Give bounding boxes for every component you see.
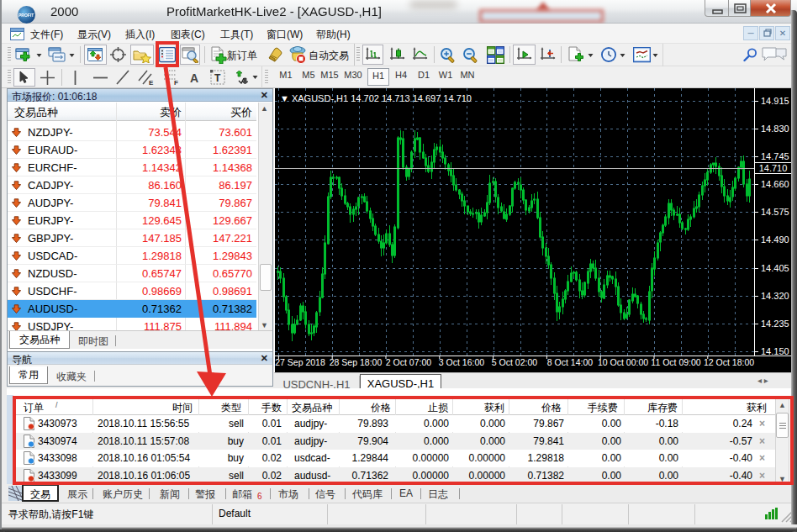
svg-text:E: E — [149, 79, 154, 86]
svg-text:F: F — [174, 79, 178, 86]
svg-text:T: T — [214, 72, 221, 84]
